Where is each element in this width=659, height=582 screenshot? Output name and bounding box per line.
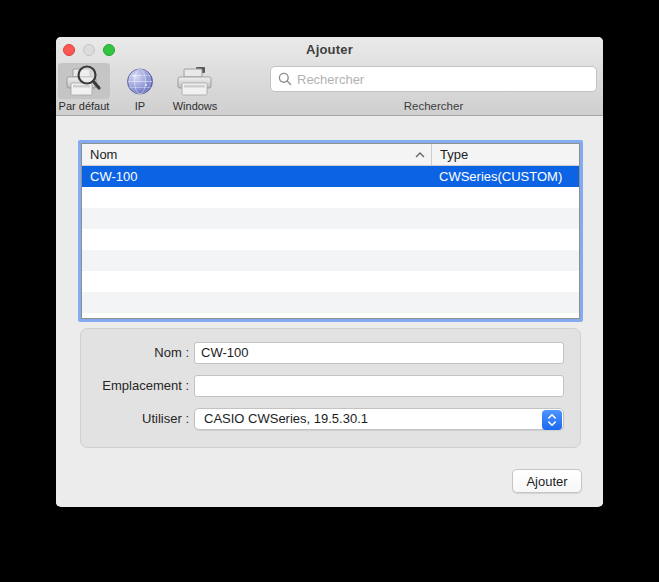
table-row-cw100[interactable]: CW-100 CWSeries(CUSTOM) xyxy=(82,166,579,187)
traffic-lights xyxy=(63,37,115,62)
emplacement-field[interactable] xyxy=(194,375,564,397)
toolbar-tabs: Par défaut xyxy=(58,63,220,112)
printer-detail-form: Nom : Emplacement : Utiliser : CASIO CWS… xyxy=(80,328,581,448)
search-caption: Rechercher xyxy=(270,100,597,112)
globe-icon xyxy=(120,63,160,99)
printer-icon xyxy=(170,63,220,99)
window-title: Ajouter xyxy=(306,42,353,57)
nom-field-label: Nom : xyxy=(81,345,189,360)
minimize-button xyxy=(83,44,95,56)
utiliser-field-label: Utiliser : xyxy=(81,411,189,426)
table-row-empty xyxy=(82,229,579,250)
tab-ip-label: IP xyxy=(135,100,145,112)
table-header: Nom Type xyxy=(82,144,579,166)
printer-table: Nom Type CW-100 CWSeries(CUSTOM) xyxy=(78,140,583,322)
column-header-nom[interactable]: Nom xyxy=(82,144,431,165)
tab-windows[interactable]: Windows xyxy=(170,63,220,112)
titlebar: Ajouter xyxy=(56,37,603,62)
cell-nom: CW-100 xyxy=(82,169,431,184)
ajouter-button[interactable]: Ajouter xyxy=(512,469,582,493)
close-button[interactable] xyxy=(63,44,75,56)
sort-asc-icon xyxy=(415,152,425,158)
toolbar: Par défaut xyxy=(56,62,603,116)
table-row-empty xyxy=(82,250,579,271)
utiliser-select[interactable]: CASIO CWSeries, 19.5.30.1 xyxy=(194,408,564,430)
table-row-empty xyxy=(82,208,579,229)
table-row-empty xyxy=(82,187,579,208)
table-row-empty xyxy=(82,313,579,319)
tab-par-defaut-label: Par défaut xyxy=(59,100,110,112)
utiliser-select-value: CASIO CWSeries, 19.5.30.1 xyxy=(195,411,368,426)
add-printer-window: Ajouter xyxy=(56,37,603,507)
search-group: Rechercher xyxy=(270,66,597,112)
tab-ip[interactable]: IP xyxy=(120,63,160,112)
nom-field[interactable] xyxy=(194,342,564,364)
table-row-empty xyxy=(82,292,579,313)
table-row-empty xyxy=(82,271,579,292)
cell-type: CWSeries(CUSTOM) xyxy=(431,169,579,184)
zoom-button[interactable] xyxy=(103,44,115,56)
column-header-type[interactable]: Type xyxy=(431,144,579,165)
search-icon xyxy=(278,72,292,86)
table-body[interactable]: CW-100 CWSeries(CUSTOM) xyxy=(82,166,579,319)
tab-windows-label: Windows xyxy=(173,100,218,112)
content-area: Nom Type CW-100 CWSeries(CUSTOM) xyxy=(56,116,603,506)
search-input[interactable] xyxy=(270,66,597,92)
printer-search-icon xyxy=(58,63,110,99)
emplacement-field-label: Emplacement : xyxy=(81,378,189,393)
chevron-up-down-icon xyxy=(542,410,562,430)
tab-par-defaut[interactable]: Par défaut xyxy=(58,63,110,112)
